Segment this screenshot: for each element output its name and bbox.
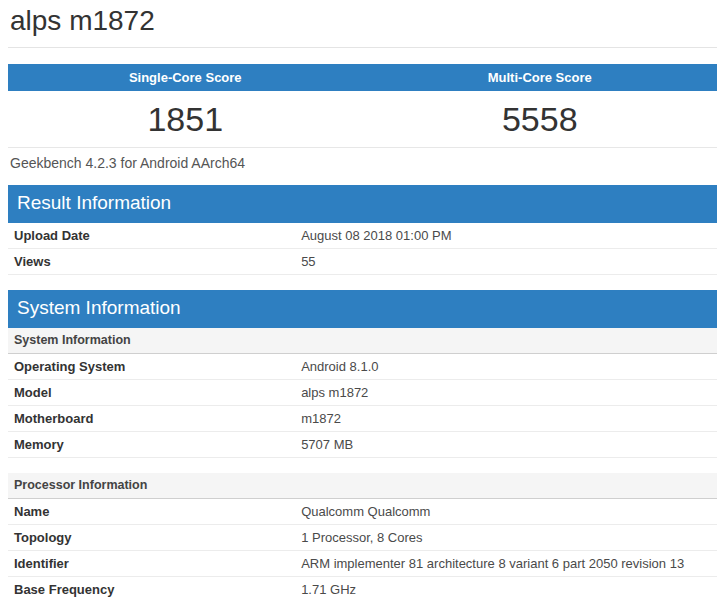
- geekbench-version-caption: Geekbench 4.2.3 for Android AArch64: [10, 155, 717, 171]
- single-core-score-value: 1851: [8, 91, 363, 148]
- page-container: alps m1872 Single-Core Score Multi-Core …: [0, 0, 728, 598]
- table-row: Motherboard m1872: [8, 405, 717, 431]
- table-row: Views 55: [8, 249, 717, 275]
- row-value: m1872: [295, 405, 717, 431]
- multi-core-score-header: Multi-Core Score: [363, 64, 718, 91]
- table-row: Model alps m1872: [8, 379, 717, 405]
- system-information-table: System Information Operating System Andr…: [8, 328, 717, 598]
- system-information-subheader: System Information: [8, 328, 717, 354]
- result-information-panel: Result Information Upload Date August 08…: [8, 185, 717, 275]
- table-row: Operating System Android 8.1.0: [8, 353, 717, 379]
- row-value: alps m1872: [295, 379, 717, 405]
- row-value: August 08 2018 01:00 PM: [295, 223, 717, 249]
- row-label: Operating System: [8, 353, 295, 379]
- row-label: Motherboard: [8, 405, 295, 431]
- table-row: Memory 5707 MB: [8, 431, 717, 457]
- result-information-heading: Result Information: [8, 185, 717, 223]
- row-label: Base Frequency: [8, 577, 295, 598]
- table-row: Name Qualcomm Qualcomm: [8, 499, 717, 525]
- row-label: Views: [8, 249, 295, 275]
- table-row: Base Frequency 1.71 GHz: [8, 577, 717, 598]
- page-title: alps m1872: [8, 0, 717, 47]
- row-value: Android 8.1.0: [295, 353, 717, 379]
- table-row: Topology 1 Processor, 8 Cores: [8, 525, 717, 551]
- row-value: 1 Processor, 8 Cores: [295, 525, 717, 551]
- result-information-table: Upload Date August 08 2018 01:00 PM View…: [8, 223, 717, 275]
- system-information-heading: System Information: [8, 290, 717, 328]
- multi-core-score-value: 5558: [363, 91, 718, 148]
- row-value: 5707 MB: [295, 431, 717, 457]
- row-value: 55: [295, 249, 717, 275]
- system-information-panel: System Information System Information Op…: [8, 290, 717, 598]
- row-label: Upload Date: [8, 223, 295, 249]
- processor-information-subheader: Processor Information: [8, 473, 717, 499]
- score-table: Single-Core Score Multi-Core Score 1851 …: [8, 64, 717, 148]
- table-row: Upload Date August 08 2018 01:00 PM: [8, 223, 717, 249]
- row-label: Memory: [8, 431, 295, 457]
- single-core-score-header: Single-Core Score: [8, 64, 363, 91]
- section-spacer: [8, 457, 717, 473]
- row-label: Identifier: [8, 551, 295, 577]
- row-value: Qualcomm Qualcomm: [295, 499, 717, 525]
- table-row: Identifier ARM implementer 81 architectu…: [8, 551, 717, 577]
- row-label: Topology: [8, 525, 295, 551]
- score-value-row: 1851 5558: [8, 91, 717, 148]
- score-header-row: Single-Core Score Multi-Core Score: [8, 64, 717, 91]
- title-divider: [8, 47, 717, 48]
- row-value: 1.71 GHz: [295, 577, 717, 598]
- row-label: Model: [8, 379, 295, 405]
- row-value: ARM implementer 81 architecture 8 varian…: [295, 551, 717, 577]
- row-label: Name: [8, 499, 295, 525]
